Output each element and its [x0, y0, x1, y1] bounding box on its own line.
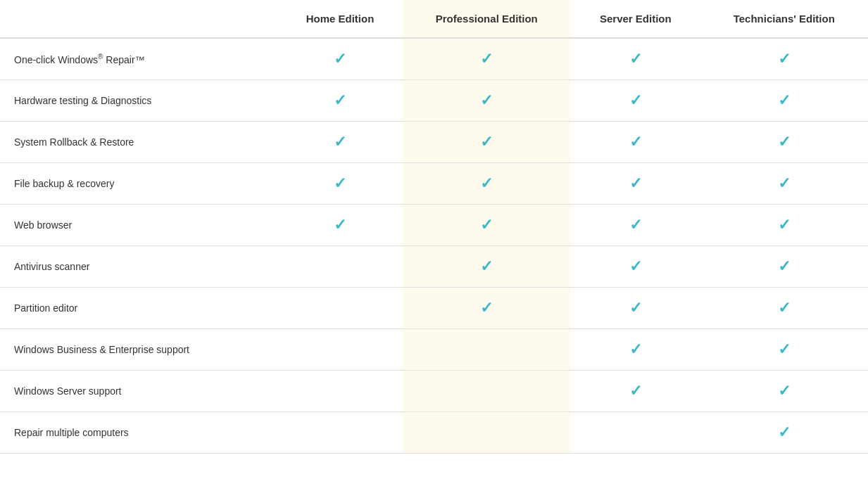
col-header-professional: Professional Edition [403, 0, 572, 38]
check-icon [480, 50, 493, 68]
check-icon [629, 299, 642, 316]
check-icon [629, 257, 642, 275]
professional-check-cell [403, 122, 572, 163]
home-check-cell [278, 122, 403, 163]
feature-name-cell: File backup & recovery [0, 163, 278, 205]
professional-check-cell [403, 288, 572, 329]
technicians-check-cell [700, 122, 868, 163]
home-check-cell [278, 371, 403, 412]
server-check-cell [571, 246, 700, 288]
home-check-cell [278, 205, 403, 246]
check-icon [778, 174, 791, 192]
check-icon [480, 299, 493, 316]
feature-name-cell: One-click Windows® Repair™ [0, 38, 278, 80]
col-header-feature [0, 0, 278, 38]
check-icon [629, 382, 642, 399]
check-icon [480, 257, 493, 275]
professional-check-cell [403, 329, 572, 371]
check-icon [334, 133, 346, 151]
table-row: Web browser [0, 205, 868, 246]
technicians-check-cell [700, 288, 868, 329]
check-icon [629, 91, 642, 109]
feature-name-cell: Windows Server support [0, 371, 278, 412]
check-icon [629, 174, 642, 192]
table-row: One-click Windows® Repair™ [0, 38, 868, 80]
check-icon [778, 340, 791, 358]
table-row: File backup & recovery [0, 163, 868, 205]
check-icon [334, 216, 346, 234]
check-icon [629, 133, 642, 151]
professional-check-cell [403, 80, 572, 122]
technicians-check-cell [700, 38, 868, 80]
server-check-cell [571, 163, 700, 205]
check-icon [778, 50, 791, 68]
feature-name-cell: Repair multiple computers [0, 412, 278, 454]
home-check-cell [278, 38, 403, 80]
professional-check-cell [403, 163, 572, 205]
table-row: Windows Business & Enterprise support [0, 329, 868, 371]
technicians-check-cell [700, 412, 868, 454]
table-row: Hardware testing & Diagnostics [0, 80, 868, 122]
col-header-technicians: Technicians' Edition [700, 0, 868, 38]
check-icon [778, 216, 791, 234]
feature-name-cell: Partition editor [0, 288, 278, 329]
home-check-cell [278, 329, 403, 371]
technicians-check-cell [700, 80, 868, 122]
home-check-cell [278, 80, 403, 122]
check-icon [778, 299, 791, 316]
check-icon [334, 174, 346, 192]
check-icon [334, 91, 346, 109]
technicians-check-cell [700, 163, 868, 205]
server-check-cell [571, 329, 700, 371]
table-row: Repair multiple computers [0, 412, 868, 454]
check-icon [778, 382, 791, 399]
professional-check-cell [403, 205, 572, 246]
check-icon [778, 423, 791, 441]
server-check-cell [571, 412, 700, 454]
table-row: Antivirus scanner [0, 246, 868, 288]
check-icon [480, 91, 493, 109]
check-icon [629, 340, 642, 358]
check-icon [480, 133, 493, 151]
feature-name-cell: Antivirus scanner [0, 246, 278, 288]
check-icon [778, 257, 791, 275]
technicians-check-cell [700, 329, 868, 371]
home-check-cell [278, 246, 403, 288]
table-row: System Rollback & Restore [0, 122, 868, 163]
feature-name-cell: Windows Business & Enterprise support [0, 329, 278, 371]
feature-name-cell: System Rollback & Restore [0, 122, 278, 163]
server-check-cell [571, 38, 700, 80]
check-icon [480, 174, 493, 192]
col-header-home: Home Edition [278, 0, 403, 38]
check-icon [334, 50, 346, 68]
professional-check-cell [403, 246, 572, 288]
check-icon [778, 133, 791, 151]
professional-check-cell [403, 412, 572, 454]
technicians-check-cell [700, 246, 868, 288]
feature-name-cell: Hardware testing & Diagnostics [0, 80, 278, 122]
home-check-cell [278, 412, 403, 454]
comparison-table: Home Edition Professional Edition Server… [0, 0, 868, 486]
check-icon [629, 50, 642, 68]
feature-name-cell: Web browser [0, 205, 278, 246]
home-check-cell [278, 288, 403, 329]
table-row: Partition editor [0, 288, 868, 329]
home-check-cell [278, 163, 403, 205]
professional-check-cell [403, 371, 572, 412]
table-row: Windows Server support [0, 371, 868, 412]
server-check-cell [571, 80, 700, 122]
col-header-server: Server Edition [571, 0, 700, 38]
server-check-cell [571, 288, 700, 329]
technicians-check-cell [700, 205, 868, 246]
check-icon [629, 216, 642, 234]
technicians-check-cell [700, 371, 868, 412]
check-icon [480, 216, 493, 234]
server-check-cell [571, 122, 700, 163]
check-icon [778, 91, 791, 109]
professional-check-cell [403, 38, 572, 80]
server-check-cell [571, 205, 700, 246]
server-check-cell [571, 371, 700, 412]
